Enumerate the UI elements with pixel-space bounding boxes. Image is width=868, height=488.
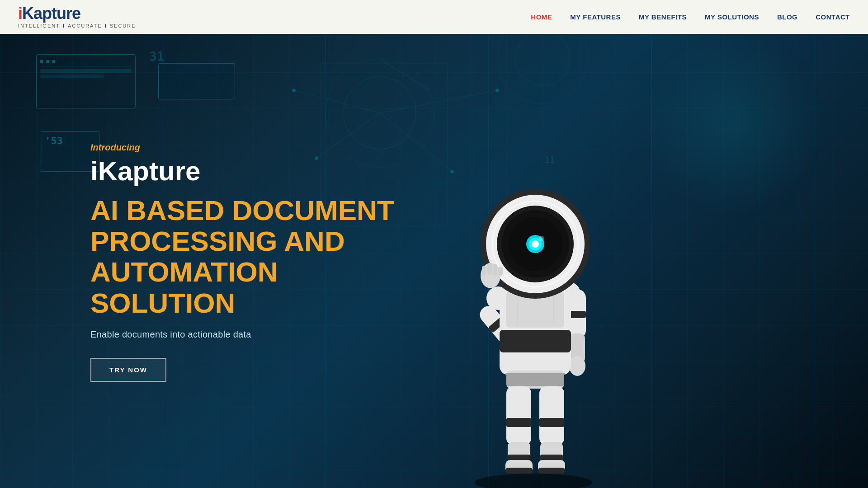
hero-title: AI BASED DOCUMENT PROCESSING AND AUTOMAT…	[90, 195, 429, 319]
sep2: I	[105, 23, 107, 28]
svg-rect-53	[539, 418, 564, 427]
hero-title-line2: PROCESSING AND	[90, 225, 345, 257]
svg-rect-57	[538, 468, 565, 474]
header: iKapture INTELLIGENT I ACCURATE I SECURE…	[0, 0, 868, 34]
svg-rect-45	[504, 373, 566, 386]
svg-rect-28	[500, 330, 571, 352]
svg-rect-59	[482, 266, 486, 276]
nav-blog[interactable]: BLOG	[777, 13, 797, 21]
glow-circle-top-right	[642, 34, 823, 215]
sep1: I	[63, 23, 65, 28]
svg-point-41	[532, 240, 539, 248]
svg-rect-61	[493, 264, 497, 276]
tagline-secure: SECURE	[110, 23, 136, 28]
main-nav: HOME MY FEATURES MY BENEFITS MY SOLUTION…	[531, 13, 850, 21]
svg-rect-52	[539, 386, 564, 445]
hero-content: Introducing iKapture AI BASED DOCUMENT P…	[90, 142, 429, 382]
hud-box-center-top	[158, 63, 235, 99]
svg-point-17	[475, 474, 592, 488]
svg-rect-51	[505, 468, 533, 474]
svg-point-42	[539, 236, 544, 241]
product-name: iKapture	[90, 156, 429, 186]
nav-my-benefits[interactable]: MY BENEFITS	[639, 13, 687, 21]
hero-section: ■ ■ ■ '53 31 11	[0, 0, 868, 488]
nav-home[interactable]: HOME	[531, 13, 552, 21]
hero-title-line3: AUTOMATION SOLUTION	[90, 257, 278, 319]
logo: iKapture INTELLIGENT I ACCURATE I SECURE	[18, 5, 136, 28]
tagline-accurate: ACCURATE	[68, 23, 102, 28]
robot-figure	[448, 145, 619, 488]
nav-my-solutions[interactable]: MY SOLUTIONS	[705, 13, 759, 21]
svg-rect-24	[569, 311, 586, 318]
hud-box-tl: ■ ■ ■	[36, 54, 136, 108]
svg-point-25	[569, 356, 585, 376]
tagline-intelligent: INTELLIGENT	[18, 23, 60, 28]
svg-rect-60	[487, 263, 492, 275]
try-now-button[interactable]: TRY NOW	[90, 358, 166, 382]
nav-my-features[interactable]: MY FEATURES	[570, 13, 621, 21]
nav-contact[interactable]: CONTACT	[816, 13, 850, 21]
logo-text: iKapture	[18, 5, 80, 22]
svg-rect-46	[506, 386, 531, 445]
svg-rect-47	[506, 418, 531, 427]
hero-title-line1: AI BASED DOCUMENT	[90, 195, 394, 226]
introducing-label: Introducing	[90, 142, 429, 153]
logo-kapture: Kapture	[22, 4, 80, 23]
logo-i: i	[18, 4, 22, 23]
hero-subtitle: Enable documents into actionable data	[90, 329, 429, 340]
logo-tagline: INTELLIGENT I ACCURATE I SECURE	[18, 23, 136, 28]
svg-rect-62	[498, 267, 503, 276]
